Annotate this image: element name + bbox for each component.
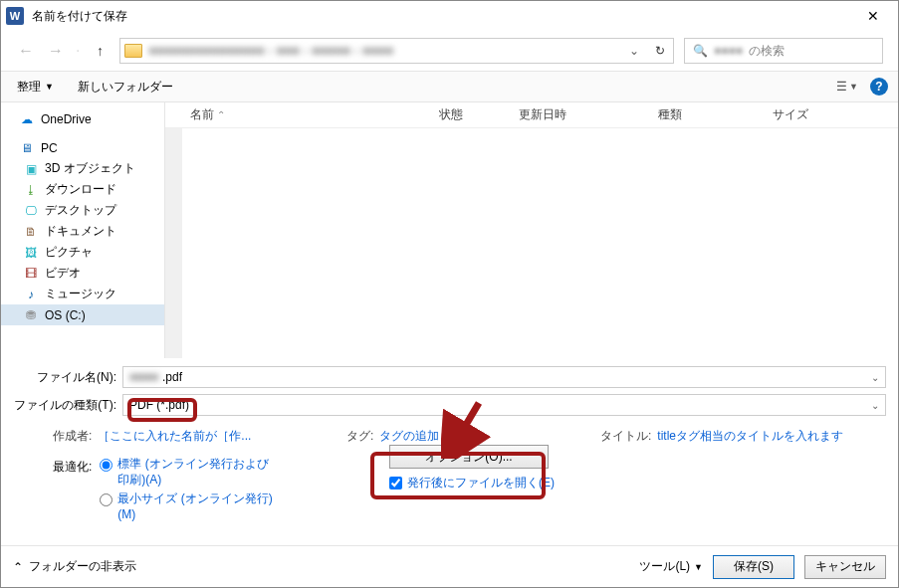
filename-input[interactable]: ■■■■ .pdf ⌄	[122, 366, 886, 388]
address-path: ■■■■■■■■■■■■■■■ › ■■■ › ■■■■■ › ■■■■	[148, 44, 393, 58]
radio-standard[interactable]	[100, 459, 112, 472]
footer: ⌃ フォルダーの非表示 ツール(L) ▼ 保存(S) キャンセル	[1, 545, 898, 587]
col-date[interactable]: 更新日時	[519, 106, 658, 123]
hide-folders-label: フォルダーの非表示	[29, 558, 136, 575]
dropdown-icon[interactable]: ⌄	[871, 372, 879, 383]
radio-standard-label: 標準 (オンライン発行および印刷)(A)	[117, 457, 277, 488]
col-name[interactable]: 名前	[190, 106, 214, 123]
scrollbar[interactable]	[165, 128, 182, 358]
tree-item-downloads[interactable]: ⭳ ダウンロード	[1, 179, 164, 200]
download-icon: ⭳	[23, 183, 39, 197]
tree-label: デスクトップ	[45, 202, 116, 219]
desktop-icon: 🖵	[23, 204, 39, 218]
up-button[interactable]: ↑	[90, 43, 110, 59]
options-button[interactable]: オプション(O)...	[389, 445, 549, 469]
filename-blur: ■■■■	[129, 370, 158, 384]
file-list: 名前 ⌃ 状態 更新日時 種類 サイズ	[165, 102, 898, 358]
new-folder-button[interactable]: 新しいフォルダー	[72, 76, 179, 98]
author-label: 作成者:	[53, 428, 92, 445]
optimize-label: 最適化:	[53, 457, 92, 522]
optimize-standard[interactable]: 標準 (オンライン発行および印刷)(A)	[100, 457, 277, 488]
music-icon: ♪	[23, 288, 39, 301]
address-dropdown-icon[interactable]: ⌄	[629, 44, 639, 58]
new-folder-label: 新しいフォルダー	[78, 79, 173, 96]
tree-label: ピクチャ	[45, 244, 93, 261]
open-after-checkbox[interactable]	[389, 477, 402, 490]
tree-item-music[interactable]: ♪ ミュージック	[1, 284, 164, 304]
radio-minimum-label: 最小サイズ (オンライン発行)(M)	[117, 491, 277, 522]
filetype-label: ファイルの種類(T):	[13, 397, 122, 414]
chevron-down-icon: ▼	[45, 82, 54, 92]
title-label: タイトル:	[600, 428, 651, 445]
toolbar: 整理 ▼ 新しいフォルダー ☰▼ ?	[1, 71, 898, 102]
chevron-up-icon: ⌃	[13, 560, 23, 574]
body-area: ☁ OneDrive 🖥 PC ▣ 3D オブジェクト ⭳ ダウンロード 🖵 デ…	[1, 102, 898, 358]
title-value[interactable]: titleタグ相当のタイトルを入れます	[657, 428, 843, 445]
hide-folders-button[interactable]: ⌃ フォルダーの非表示	[13, 558, 136, 575]
cancel-button[interactable]: キャンセル	[804, 555, 886, 579]
filetype-value: PDF (*.pdf)	[129, 398, 189, 412]
pc-icon: 🖥	[19, 141, 35, 155]
filetype-select[interactable]: PDF (*.pdf) ⌄	[122, 394, 886, 416]
cancel-label: キャンセル	[815, 559, 875, 573]
author-value[interactable]: ［ここに入れた名前が［作...	[98, 428, 251, 445]
tree-item-videos[interactable]: 🎞 ビデオ	[1, 263, 164, 284]
search-suffix: の検索	[749, 43, 785, 60]
tag-label: タグ:	[346, 428, 373, 445]
close-button[interactable]: ✕	[853, 8, 893, 24]
col-type[interactable]: 種類	[658, 106, 773, 123]
tree-item-documents[interactable]: 🗎 ドキュメント	[1, 221, 164, 242]
nav-bar: ← → · ↑ ■■■■■■■■■■■■■■■ › ■■■ › ■■■■■ › …	[1, 31, 898, 71]
save-button[interactable]: 保存(S)	[713, 555, 794, 579]
sort-icon: ⌃	[217, 109, 225, 120]
organize-label: 整理	[17, 79, 41, 96]
col-state[interactable]: 状態	[439, 106, 519, 123]
tree-item-onedrive[interactable]: ☁ OneDrive	[1, 108, 164, 129]
tree-label: ドキュメント	[45, 223, 116, 240]
options-button-label: オプション(O)...	[425, 450, 512, 464]
tree-item-os-c[interactable]: ⛃ OS (C:)	[1, 304, 164, 325]
tree-item-desktop[interactable]: 🖵 デスクトップ	[1, 200, 164, 221]
tree-label: ビデオ	[45, 265, 81, 282]
title-bar: W 名前を付けて保存 ✕	[1, 1, 898, 31]
col-size[interactable]: サイズ	[773, 106, 852, 123]
tag-value[interactable]: タグの追加	[379, 428, 439, 445]
column-header[interactable]: 名前 ⌃ 状態 更新日時 種類 サイズ	[165, 102, 898, 128]
tree-label: ミュージック	[45, 286, 116, 302]
tree-item-pc[interactable]: 🖥 PC	[1, 137, 164, 158]
tools-dropdown[interactable]: ツール(L) ▼	[639, 558, 703, 575]
view-options-button[interactable]: ☰▼	[836, 80, 858, 94]
cube-icon: ▣	[23, 162, 39, 176]
open-after-publish[interactable]: 発行後にファイルを開く(E)	[389, 475, 555, 491]
pictures-icon: 🖼	[23, 246, 39, 260]
tree-label: ダウンロード	[45, 181, 116, 198]
disk-icon: ⛃	[23, 308, 39, 322]
address-bar[interactable]: ■■■■■■■■■■■■■■■ › ■■■ › ■■■■■ › ■■■■ ⌄ ↻	[119, 38, 674, 64]
refresh-icon[interactable]: ↻	[655, 44, 665, 58]
onedrive-icon: ☁	[19, 112, 35, 126]
back-button[interactable]: ←	[16, 42, 36, 60]
help-icon[interactable]: ?	[870, 78, 888, 96]
video-icon: 🎞	[23, 267, 39, 281]
search-icon: 🔍	[693, 44, 708, 58]
tools-label: ツール(L)	[639, 558, 690, 575]
folder-icon	[124, 44, 142, 58]
tree-label: OS (C:)	[45, 308, 86, 322]
tree-item-pictures[interactable]: 🖼 ピクチャ	[1, 242, 164, 263]
open-after-label: 発行後にファイルを開く(E)	[407, 475, 555, 491]
folder-tree: ☁ OneDrive 🖥 PC ▣ 3D オブジェクト ⭳ ダウンロード 🖵 デ…	[1, 102, 165, 358]
tree-item-3d[interactable]: ▣ 3D オブジェクト	[1, 158, 164, 179]
dropdown-icon[interactable]: ⌄	[871, 400, 879, 411]
search-box[interactable]: 🔍 ■■■■ の検索	[684, 38, 883, 64]
organize-button[interactable]: 整理 ▼	[11, 76, 60, 98]
tree-label: OneDrive	[41, 112, 92, 126]
search-prefix: ■■■■	[714, 44, 743, 58]
window-title: 名前を付けて保存	[32, 8, 853, 25]
radio-minimum[interactable]	[100, 493, 112, 506]
tree-label: PC	[41, 141, 58, 155]
optimize-minimum[interactable]: 最小サイズ (オンライン発行)(M)	[100, 491, 277, 522]
forward-button[interactable]: →	[46, 42, 66, 60]
form-area: ファイル名(N): ■■■■ .pdf ⌄ ファイルの種類(T): PDF (*…	[1, 358, 898, 522]
filename-ext: .pdf	[162, 370, 182, 384]
word-icon: W	[6, 7, 24, 25]
